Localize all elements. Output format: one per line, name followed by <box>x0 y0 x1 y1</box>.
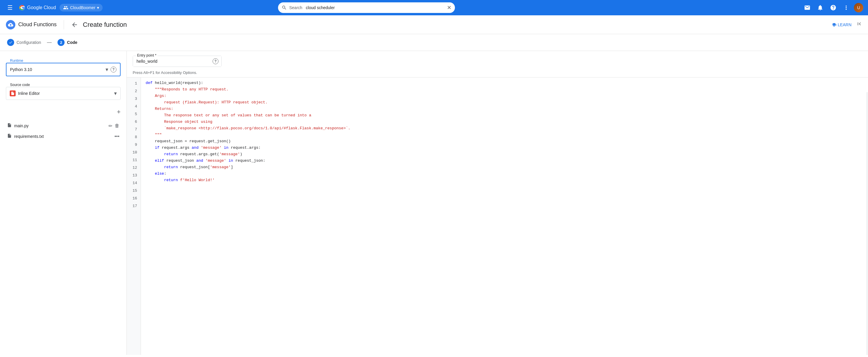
file-requirements-left: requirements.txt <box>7 133 44 139</box>
file-main-py-name: main.py <box>14 123 29 128</box>
google-cloud-logo: Google Cloud <box>19 4 56 11</box>
line-num-4: 4 <box>127 103 141 110</box>
line-num-13: 13 <box>127 172 141 180</box>
line-numbers: 1 2 3 4 5 6 7 8 9 10 11 12 13 14 15 16 1… <box>127 77 141 355</box>
source-dropdown-arrow-icon[interactable]: ▾ <box>114 90 117 97</box>
runtime-help-icon[interactable]: ? <box>111 67 117 72</box>
source-code-select[interactable]: Inline Editor ▾ <box>6 87 121 100</box>
file-item-main-py[interactable]: main.py ✏ 🗑 <box>6 121 121 131</box>
line-num-16: 16 <box>127 195 141 202</box>
line-num-5: 5 <box>127 110 141 118</box>
entry-point-label: Entry point * <box>136 53 157 58</box>
runtime-select[interactable]: Python 3.10 ▾ ? <box>6 63 121 76</box>
step2-label: Code <box>67 40 77 45</box>
line-num-2: 2 <box>127 88 141 95</box>
subheader-actions: LEARN <box>832 21 862 28</box>
runtime-dropdown-arrow-icon[interactable]: ▾ <box>105 66 108 73</box>
search-bar: Search ✕ <box>278 2 455 13</box>
topbar-right: U <box>802 2 863 13</box>
line-num-15: 15 <box>127 187 141 195</box>
line-num-6: 6 <box>127 118 141 126</box>
code-content[interactable]: def hello_world(request): """Responds to… <box>141 77 868 355</box>
code-line-13: elif request_json and 'message' in reque… <box>146 158 863 164</box>
hamburger-menu-icon[interactable]: ☰ <box>5 2 16 13</box>
runtime-select-actions: ▾ ? <box>105 66 117 73</box>
source-code-field-group: Source code Inline Editor ▾ <box>6 82 121 100</box>
entry-point-input[interactable] <box>133 56 221 67</box>
code-line-7: Response object using <box>146 119 863 125</box>
code-line-10: request_json = request.get_json() <box>146 138 863 144</box>
avatar[interactable]: U <box>854 3 863 12</box>
learn-link[interactable]: LEARN <box>832 22 851 27</box>
file-main-py-icon <box>7 123 12 129</box>
project-name: CloudBoomer <box>70 5 96 10</box>
line-num-9: 9 <box>127 141 141 149</box>
notifications-icon[interactable] <box>815 2 826 13</box>
code-line-3: Args: <box>146 93 863 99</box>
steps-bar: Configuration — 2 Code <box>0 34 868 51</box>
file-requirements-more-icon[interactable]: ••• <box>115 134 119 139</box>
file-item-requirements[interactable]: requirements.txt ••• <box>6 131 121 142</box>
email-icon[interactable] <box>802 2 813 13</box>
line-num-17: 17 <box>127 202 141 210</box>
file-requirements-name: requirements.txt <box>14 134 44 139</box>
code-line-2: """Responds to any HTTP request. <box>146 86 863 93</box>
code-line-6: The response text or any set of values t… <box>146 112 863 119</box>
left-panel: Runtime Python 3.10 ▾ ? Source code Inli… <box>0 51 127 355</box>
file-main-py-edit-icon[interactable]: ✏ <box>108 123 112 129</box>
line-num-8: 8 <box>127 133 141 141</box>
service-name: Cloud Functions <box>18 22 57 28</box>
collapse-panel-icon[interactable] <box>856 21 862 28</box>
file-list: main.py ✏ 🗑 requirements.txt ••• <box>6 121 121 142</box>
code-line-4: request (flask.Request): HTTP request ob… <box>146 99 863 106</box>
file-main-py-actions: ✏ 🗑 <box>108 123 119 129</box>
file-requirements-icon <box>7 133 12 139</box>
add-file-plus-icon: + <box>117 108 121 116</box>
add-file-button[interactable]: + <box>6 106 121 118</box>
code-line-17 <box>146 184 863 190</box>
step2-number: 2 <box>60 40 62 45</box>
accessibility-hint: Press Alt+F1 for Accessibility Options. <box>127 69 868 77</box>
more-vert-icon[interactable] <box>841 2 851 13</box>
file-main-py-delete-icon[interactable]: 🗑 <box>115 123 119 128</box>
search-input[interactable] <box>306 5 445 10</box>
source-code-label: Source code <box>9 83 31 87</box>
topbar: ☰ Google Cloud CloudBoomer ▾ Search ✕ <box>0 0 868 15</box>
project-icon <box>63 5 68 10</box>
code-line-9: """ <box>146 132 863 138</box>
scrollbar-track <box>866 92 868 355</box>
project-dropdown-arrow[interactable]: ▾ <box>97 5 99 10</box>
inline-editor-icon <box>10 90 16 96</box>
google-cloud-text: Google Cloud <box>27 5 56 10</box>
step-dash: — <box>47 40 52 45</box>
search-icon <box>282 5 287 10</box>
line-num-14: 14 <box>127 180 141 187</box>
entry-point-help-icon[interactable]: ? <box>213 58 218 64</box>
help-icon[interactable] <box>828 2 838 13</box>
subheader: Cloud Functions Create function LEARN <box>0 15 868 34</box>
back-button[interactable] <box>71 21 78 28</box>
google-logo-icon <box>19 4 25 11</box>
cloud-functions-icon <box>8 22 13 27</box>
page-title: Create function <box>83 21 127 29</box>
search-clear-icon[interactable]: ✕ <box>447 4 452 11</box>
line-num-1: 1 <box>127 80 141 88</box>
line-num-12: 12 <box>127 164 141 172</box>
code-line-11: if request.args and 'message' in request… <box>146 144 863 151</box>
project-selector[interactable]: CloudBoomer ▾ <box>60 4 103 11</box>
step1-label: Configuration <box>17 40 41 45</box>
code-editor[interactable]: 1 2 3 4 5 6 7 8 9 10 11 12 13 14 15 16 1… <box>127 77 868 355</box>
learn-icon <box>832 22 836 27</box>
source-value: Inline Editor <box>18 91 40 96</box>
step1-circle <box>7 39 14 46</box>
line-num-10: 10 <box>127 149 141 156</box>
editor-left: Inline Editor <box>10 90 40 96</box>
learn-label: LEARN <box>838 22 851 27</box>
code-line-1: def hello_world(request): <box>146 80 863 86</box>
header-divider <box>64 20 64 29</box>
entry-point-field: Entry point * ? <box>133 56 222 67</box>
runtime-value: Python 3.10 <box>10 67 32 72</box>
search-label: Search <box>289 5 302 10</box>
code-line-8: `make_response <http://flask.pocoo.org/d… <box>146 125 863 132</box>
step-configuration: Configuration <box>7 39 41 46</box>
